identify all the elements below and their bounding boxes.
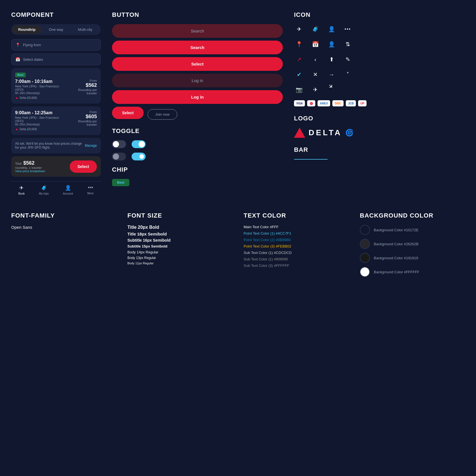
chip-title: CHIP	[112, 166, 283, 173]
bc-circle-3	[360, 253, 370, 263]
bc-item-2: Background Color #26262B	[360, 239, 465, 249]
tab-oneway[interactable]: One way	[41, 25, 71, 34]
chart-icon: ↗	[294, 54, 304, 64]
component-section: COMPONENT Roundtrip One way Multi-city 📍…	[11, 11, 101, 195]
fs-title-20: Title 20px Bold	[127, 225, 232, 230]
select-dates-label: Select dates	[23, 57, 43, 62]
bc-label-3: Background Color #191919	[374, 256, 418, 260]
flight1-time: 7:00am - 10:16am	[15, 79, 67, 84]
icon-title: ICON	[294, 11, 465, 18]
fs-body-14: Body 14px Regular	[127, 250, 232, 254]
flight2-time: 9:00am - 12:25am	[15, 110, 67, 115]
join-button[interactable]: Join now	[148, 109, 177, 120]
flying-from-input[interactable]: 📍 Flying from	[11, 39, 101, 51]
luggage-icon: 🧳	[310, 24, 320, 34]
delta-icon-1: ▲	[15, 96, 18, 100]
unionpay-icon: UP	[358, 100, 367, 106]
toggle-row-1	[112, 140, 283, 148]
flying-from-label: Flying from	[23, 43, 41, 47]
font-family-title: FONT-FAMILY	[11, 212, 116, 219]
login-outline-button[interactable]: Log in	[112, 74, 283, 87]
tab-roundtrip[interactable]: Roundtrip	[12, 25, 41, 34]
more-icon: •••	[88, 185, 93, 191]
text-color-section: TEXT COLOR Main Text Color #FFF Point Te…	[244, 212, 349, 281]
jcb-icon: JCB	[346, 100, 356, 106]
flight1-route: New York (JFK) - San Francisco (SFO)	[15, 85, 67, 91]
check-icon: ✔	[294, 69, 304, 80]
bc-item-1: Background Color #10172E	[360, 225, 465, 235]
flight-icon: ✈	[310, 85, 320, 95]
select-filled-button[interactable]: Select	[112, 57, 283, 71]
tc-point3: Point Text Color (3) #FEBB02	[244, 244, 349, 248]
font-size-section: FONT SIZE Title 20px Bold Title 18px Sem…	[127, 212, 232, 281]
font-family-name: Open Sans	[11, 225, 116, 230]
toggle-on-2[interactable]	[132, 153, 146, 160]
pin-icon: 📍	[294, 39, 304, 49]
button-toggle-chip-section: BUTTON Search Search Select Log in Log i…	[112, 11, 283, 195]
tc-sub1: Sub Text Color (1) #CDCDCD	[244, 251, 349, 255]
flight2-price: $605	[67, 114, 97, 120]
nav-more[interactable]: ••• More	[87, 185, 94, 195]
toggle-on-1[interactable]	[132, 140, 146, 148]
font-size-title: FONT SIZE	[127, 212, 232, 219]
bc-label-2: Background Color #26262B	[374, 242, 419, 246]
airplane-icon: ✈	[294, 24, 304, 34]
bottom-nav: ✈ Book 🧳 My trips 👤 Account ••• More	[11, 181, 101, 195]
alert-card: All set. We'll let you know how prices c…	[11, 138, 101, 153]
chevron-left-icon: ‹	[310, 54, 320, 64]
manage-link[interactable]: Manage	[85, 144, 97, 148]
tc-sub3: Sub Text Color (3) #FFFFFF	[244, 263, 349, 268]
icon-logo-bar-section: ICON ✈ 🧳 👤 ••• 📍 📅 👤 ⇅ ↗ ‹ ⬆ ✎ ✔ ✕ → ˅ 📷…	[294, 11, 465, 195]
flight1-from-label: From	[67, 79, 97, 82]
flight1-price: $562	[67, 82, 97, 88]
fs-body-11: Body 11px Regular	[127, 262, 232, 265]
person-icon: 👤	[326, 24, 337, 34]
tc-main: Main Text Color #FFF	[244, 225, 349, 229]
text-color-title: TEXT COLOR	[244, 212, 349, 219]
flight2-price-suffix: Roundtrip per traveler	[67, 120, 97, 126]
select-sm-button[interactable]: Select	[112, 107, 144, 119]
bg-color-title: BACKGROUND COLOR	[360, 212, 465, 219]
booking-select-button[interactable]: Select	[70, 160, 97, 173]
search-outline-button[interactable]: Search	[112, 24, 283, 38]
empty-icon	[343, 85, 353, 95]
camera-icon: 📷	[294, 85, 304, 95]
login-filled-button[interactable]: Log in	[112, 90, 283, 104]
price-breakdown-link[interactable]: View price breakdown	[15, 169, 45, 173]
toggle-thumb-1	[113, 141, 119, 147]
select-dates-input[interactable]: 📅 Select dates	[11, 53, 101, 65]
location-icon: 📍	[15, 43, 20, 47]
nav-book[interactable]: ✈ Book	[18, 185, 25, 195]
toggle-row-2	[112, 153, 283, 160]
bg-color-section: BACKGROUND COLOR Background Color #10172…	[360, 212, 465, 281]
share-icon: ⬆	[326, 54, 337, 64]
delta-spiral-icon: 🌀	[345, 129, 354, 137]
payment-icons: VISA ⊕ AMEX DISC JCB UP	[294, 100, 465, 106]
fs-subtitle-15: Subtitle 15px Semibold	[127, 244, 232, 248]
bc-circle-4	[360, 267, 370, 277]
toggle-section: TOGGLE	[112, 127, 283, 160]
nav-mytrips[interactable]: 🧳 My trips	[39, 185, 49, 195]
tab-multicity[interactable]: Multi-city	[71, 25, 100, 34]
tc-point1: Point Text Color (1) #4CC7F1	[244, 231, 349, 235]
nav-account[interactable]: 👤 Account	[63, 185, 73, 195]
nav-book-label: Book	[18, 192, 25, 195]
amex-icon: AMEX	[318, 100, 330, 106]
mytrips-icon: 🧳	[41, 185, 47, 191]
search-filled-button[interactable]: Search	[112, 41, 283, 54]
chip-best[interactable]: Best	[112, 179, 129, 186]
delta-logo: DELTA 🌀	[294, 128, 465, 138]
toggle-off-2[interactable]	[112, 153, 126, 160]
flight2-from-label: From	[67, 110, 97, 114]
profile-icon: 👤	[326, 39, 337, 49]
toggle-off-1[interactable]	[112, 140, 126, 148]
bar-line	[294, 159, 328, 160]
visa-icon: VISA	[294, 100, 305, 106]
nav-account-label: Account	[63, 192, 73, 195]
nav-mytrips-label: My trips	[39, 192, 49, 195]
bc-label-4: Background Color #FFFFFF	[374, 270, 419, 274]
toggle-title: TOGGLE	[112, 127, 283, 135]
total-label: Total	[15, 162, 22, 165]
flight1-airline: Delta (DL668)	[20, 96, 37, 99]
flight-card-2: 9:00am - 12:25am New York (JFK) - San Fr…	[11, 106, 101, 135]
